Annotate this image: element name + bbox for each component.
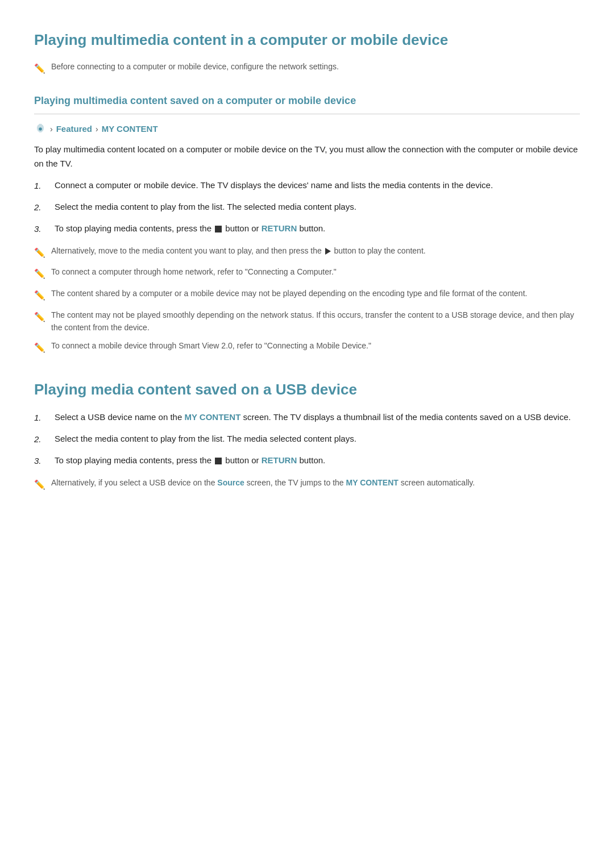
stop-button-icon-2 [215,458,222,464]
pencil-icon-3: ✏️ [34,267,45,281]
pencil-icon-6: ✏️ [34,340,45,355]
return-link-1: RETURN [262,223,297,233]
breadcrumb-featured[interactable]: Featured [56,122,92,136]
section2-note-text: Alternatively, if you select a USB devic… [51,476,475,489]
step-number-1: 1. [34,178,45,193]
section1-note-5: ✏️ To connect a mobile device through Sm… [34,339,580,355]
note-text-3: The content shared by a computer or a mo… [51,287,527,300]
section2-steps: 1. Select a USB device name on the MY CO… [34,410,580,468]
step-number-2: 2. [34,200,45,215]
step-content-1: Connect a computer or mobile device. The… [55,178,580,193]
intro-note-row: ✏️ Before connecting to a computer or mo… [34,60,580,76]
step-number-3: 3. [34,222,45,236]
intro-note-text: Before connecting to a computer or mobil… [51,60,339,73]
my-content-link-2: MY CONTENT [346,478,399,487]
main-title: Playing multimedia content in a computer… [34,28,580,52]
section1-note-3: ✏️ The content shared by a computer or a… [34,287,580,303]
section2-note-1: ✏️ Alternatively, if you select a USB de… [34,476,580,492]
section2-step-2: 2. Select the media content to play from… [34,432,580,447]
note-text-5: To connect a mobile device through Smart… [51,339,371,352]
note-text-2: To connect a computer through home netwo… [51,265,337,278]
step-1: 1. Connect a computer or mobile device. … [34,178,580,193]
section1-steps: 1. Connect a computer or mobile device. … [34,178,580,236]
return-link-2: RETURN [262,455,297,465]
stop-button-icon [215,226,222,232]
pencil-icon: ✏️ [34,61,45,76]
note-text-1: Alternatively, move to the media content… [51,244,426,257]
pencil-icon-2: ✏️ [34,246,45,260]
section2-step-1: 1. Select a USB device name on the MY CO… [34,410,580,425]
step-3: 3. To stop playing media contents, press… [34,222,580,236]
breadcrumb: › Featured › MY CONTENT [34,122,580,136]
settings-icon [34,123,47,135]
section2-step-3: 3. To stop playing media contents, press… [34,454,580,468]
section2-step-number-3: 3. [34,454,45,468]
step-2: 2. Select the media content to play from… [34,200,580,215]
section1-note-4: ✏️ The content may not be played smoothl… [34,309,580,334]
section1-intro: To play multimedia content located on a … [34,143,580,171]
pencil-icon-7: ✏️ [34,477,45,492]
section1-title: Playing multimedia content saved on a co… [34,93,580,114]
section2-title: Playing media content saved on a USB dev… [34,378,580,402]
my-content-link-1: MY CONTENT [184,412,240,422]
section2-step-content-2: Select the media content to play from th… [55,432,580,446]
source-link: Source [217,478,244,487]
play-icon [325,248,331,255]
pencil-icon-4: ✏️ [34,288,45,303]
pencil-icon-5: ✏️ [34,310,45,325]
section2-step-number-1: 1. [34,410,45,425]
section2-step-number-2: 2. [34,432,45,447]
section1-note-2: ✏️ To connect a computer through home ne… [34,265,580,281]
breadcrumb-my-content[interactable]: MY CONTENT [102,122,158,136]
section2-step-content-3: To stop playing media contents, press th… [55,454,580,468]
breadcrumb-separator-1: › [50,123,53,135]
step-content-2: Select the media content to play from th… [55,200,580,214]
step-content-3: To stop playing media contents, press th… [55,222,580,236]
note-text-4: The content may not be played smoothly d… [51,309,580,334]
section2-step-content-1: Select a USB device name on the MY CONTE… [55,410,580,425]
section1-note-1: ✏️ Alternatively, move to the media cont… [34,244,580,260]
breadcrumb-separator-2: › [96,123,98,135]
